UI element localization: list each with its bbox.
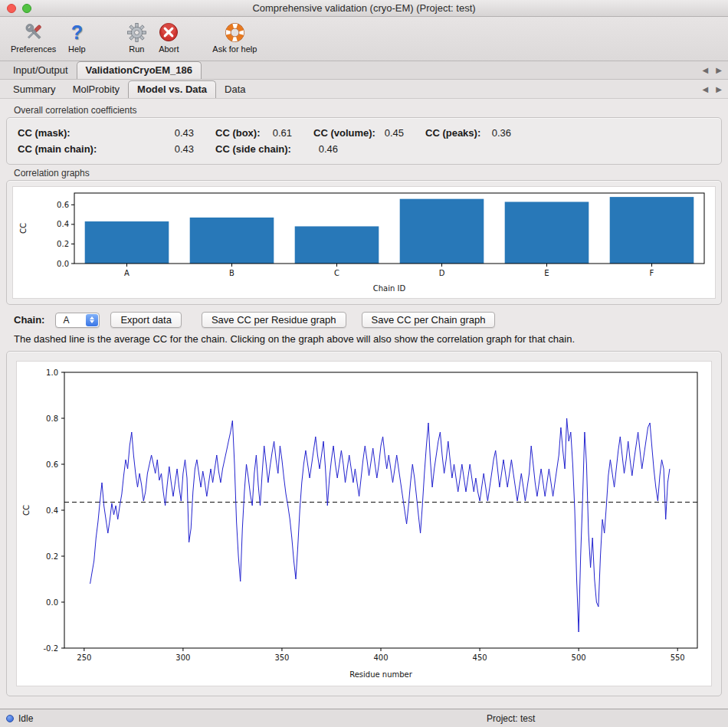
svg-text:250: 250 <box>77 653 91 662</box>
primary-tab-bar: Input/Output ValidationCryoEM_186 ◀ ▶ <box>0 61 728 80</box>
save-cc-per-chain-button[interactable]: Save CC per Chain graph <box>362 312 496 328</box>
svg-text:0.0: 0.0 <box>57 260 69 268</box>
abort-button[interactable]: Abort <box>152 19 185 55</box>
svg-text:F: F <box>650 269 654 277</box>
svg-text:0.4: 0.4 <box>57 220 69 228</box>
tab-scroll-right-icon[interactable]: ▶ <box>716 85 722 93</box>
correlation-graphs-groupbox: 0.00.20.40.6ABCDEFChain IDCC <box>6 180 722 305</box>
toolbar: Preferences ? Help <box>0 17 728 61</box>
svg-text:A: A <box>124 269 130 277</box>
titlebar: Comprehensive validation (cryo-EM) (Proj… <box>0 0 728 17</box>
toolbar-label: Help <box>68 44 86 54</box>
tools-icon <box>22 21 45 44</box>
svg-text:E: E <box>544 269 549 277</box>
svg-text:400: 400 <box>373 653 388 662</box>
cc-peaks-value: 0.36 <box>492 127 511 139</box>
tab-molprobity[interactable]: MolProbity <box>64 81 128 98</box>
svg-text:1.0: 1.0 <box>46 368 58 377</box>
tab-input-output[interactable]: Input/Output <box>5 62 77 79</box>
chevron-up-down-icon <box>86 314 98 326</box>
zoom-button[interactable] <box>22 4 31 13</box>
tab-scroll-left-icon[interactable]: ◀ <box>703 66 709 74</box>
save-cc-per-residue-button[interactable]: Save CC per Residue graph <box>202 312 346 328</box>
cc-peaks-label: CC (peaks): <box>425 127 480 139</box>
svg-text:CC: CC <box>19 223 28 234</box>
cc-mask-label: CC (mask): <box>18 127 71 139</box>
svg-text:B: B <box>229 269 234 277</box>
cc-side-chain-label: CC (side chain): <box>215 143 291 155</box>
tab-data[interactable]: Data <box>216 81 254 98</box>
svg-text:Chain ID: Chain ID <box>373 284 406 293</box>
svg-text:-0.2: -0.2 <box>43 644 58 653</box>
toolbar-label: Abort <box>159 44 179 54</box>
cc-box-label: CC (box): <box>215 127 261 139</box>
svg-text:Residue number: Residue number <box>349 670 413 679</box>
svg-text:0.8: 0.8 <box>46 414 58 423</box>
cc-side-chain-value: 0.46 <box>319 143 338 155</box>
gear-icon <box>125 21 148 44</box>
window-title: Comprehensive validation (cryo-EM) (Proj… <box>0 0 728 16</box>
cc-volume-value: 0.45 <box>385 127 404 139</box>
correlation-graphs-section-title: Correlation graphs <box>14 168 722 178</box>
svg-text:CC: CC <box>22 505 31 516</box>
tab-scroll-right-icon[interactable]: ▶ <box>716 66 722 74</box>
lifebuoy-icon <box>223 21 246 44</box>
status-project: Project: test <box>487 713 535 724</box>
tab-summary[interactable]: Summary <box>5 81 64 98</box>
svg-text:0.2: 0.2 <box>57 240 69 248</box>
export-data-button[interactable]: Export data <box>110 312 182 328</box>
tab-validationcryoem-186[interactable]: ValidationCryoEM_186 <box>77 61 202 79</box>
cc-mask-value: 0.43 <box>175 127 194 139</box>
status-dot-icon <box>6 715 14 722</box>
traffic-lights <box>7 4 31 13</box>
cc-stats-row: CC (main chain): 0.43 CC (side chain): 0… <box>18 143 710 155</box>
tab-scroll-left-icon[interactable]: ◀ <box>703 85 709 93</box>
close-button[interactable] <box>7 4 16 13</box>
main-content: Overall correlation coefficients CC (mas… <box>0 99 728 709</box>
status-state: Idle <box>18 713 33 724</box>
cc-volume-label: CC (volume): <box>313 127 375 139</box>
abort-x-icon <box>157 21 180 44</box>
svg-text:500: 500 <box>572 653 586 662</box>
toolbar-label: Ask for help <box>212 44 257 54</box>
cc-main-chain-value: 0.43 <box>175 143 194 155</box>
cc-per-chain-chart[interactable]: 0.00.20.40.6ABCDEFChain IDCC <box>12 186 716 299</box>
svg-text:0.2: 0.2 <box>46 552 58 561</box>
ask-for-help-button[interactable]: Ask for help <box>208 19 261 55</box>
chain-label: Chain: <box>14 314 44 326</box>
cc-per-residue-groupbox: -0.20.00.20.40.60.81.0250300350400450500… <box>6 351 722 696</box>
toolbar-label: Run <box>129 44 144 54</box>
preferences-button[interactable]: Preferences <box>6 19 61 55</box>
svg-text:550: 550 <box>671 653 685 662</box>
cc-box-value: 0.61 <box>273 127 292 139</box>
svg-text:450: 450 <box>473 653 487 662</box>
help-button[interactable]: ? Help <box>61 19 93 55</box>
chain-select[interactable]: A <box>55 313 100 328</box>
cc-main-chain-label: CC (main chain): <box>18 143 97 155</box>
question-icon: ? <box>65 21 88 44</box>
toolbar-label: Preferences <box>11 44 56 54</box>
secondary-tab-bar: Summary MolProbity Model vs. Data Data ◀… <box>0 80 728 99</box>
run-button[interactable]: Run <box>120 19 152 55</box>
svg-text:0.0: 0.0 <box>46 598 58 607</box>
chain-select-value: A <box>63 315 69 326</box>
svg-text:0.6: 0.6 <box>46 460 58 469</box>
dashed-line-note: The dashed line is the average CC for th… <box>14 333 720 345</box>
status-bar: Idle Project: test <box>0 709 728 727</box>
svg-text:C: C <box>334 269 339 277</box>
cc-per-residue-chart: -0.20.00.20.40.60.81.0250300350400450500… <box>16 361 712 686</box>
svg-text:0.6: 0.6 <box>57 201 69 209</box>
svg-text:350: 350 <box>274 653 289 662</box>
overall-cc-section-title: Overall correlation coefficients <box>14 105 722 116</box>
chain-controls: Chain: A Export data Save CC per Residue… <box>14 312 716 328</box>
overall-cc-groupbox: CC (mask): 0.43 CC (box): 0.61 CC (volum… <box>6 117 722 165</box>
tab-model-vs-data[interactable]: Model vs. Data <box>128 80 216 98</box>
svg-text:D: D <box>439 269 445 277</box>
svg-text:0.4: 0.4 <box>46 506 58 515</box>
svg-text:300: 300 <box>175 653 190 662</box>
cc-stats-row: CC (mask): 0.43 CC (box): 0.61 CC (volum… <box>18 127 710 139</box>
